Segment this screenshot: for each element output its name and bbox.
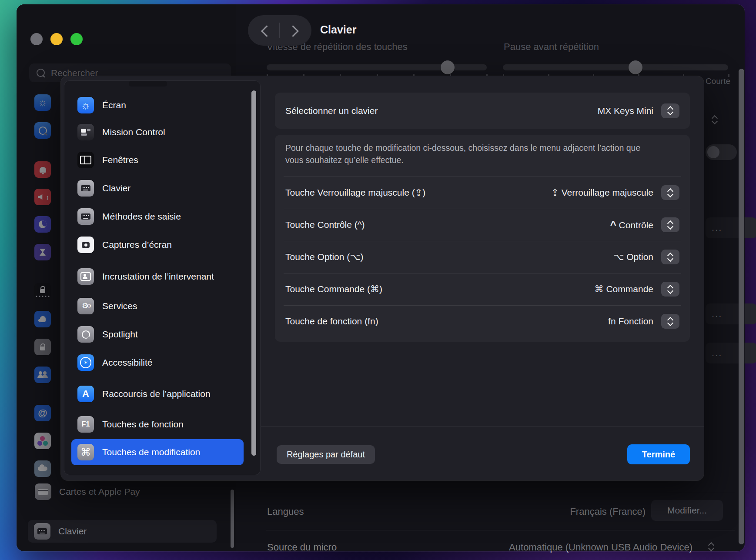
display-brightness-icon: ☼ — [77, 97, 94, 113]
dialog-sidebar-scrollbar[interactable] — [251, 90, 256, 456]
services-gears-icon: ⚙⚙ — [77, 298, 94, 314]
input-methods-icon — [77, 208, 94, 225]
sidebar-item-touches-modification[interactable]: ⌘ Touches de modification — [71, 439, 244, 465]
sidebar-item-touches-fonction[interactable]: F1 Touches de fonction — [71, 412, 244, 437]
sidebar-item-clavier[interactable]: Clavier — [71, 176, 244, 201]
caps-lock-row: Touche Verrouillage majuscule (⇪) ⇪ Verr… — [275, 177, 690, 209]
control-row: Touche Contrôle (^) ^ Contrôle — [275, 209, 690, 241]
control-stepper[interactable] — [661, 217, 679, 232]
sidebar-item-fenetres[interactable]: Fenêtres — [71, 147, 244, 173]
done-button[interactable]: Terminé — [627, 444, 690, 464]
accessibility-icon: ✶ — [77, 354, 94, 371]
presenter-overlay-icon — [77, 268, 94, 285]
back-button[interactable] — [261, 25, 273, 37]
modifier-keys-dialog: ☼ Écran Mission Control Fenêtres Clavier… — [61, 76, 704, 480]
option-stepper[interactable] — [661, 250, 679, 264]
select-keyboard-card: Sélectionner un clavier MX Keys Mini — [275, 93, 690, 129]
caps-lock-stepper[interactable] — [661, 185, 679, 200]
fn-stepper[interactable] — [661, 314, 679, 329]
sidebar-item-incrustation[interactable]: Incrustation de l’intervenant — [71, 260, 244, 293]
sidebar-item-spotlight[interactable]: Spotlight — [71, 322, 244, 347]
fn-row: Touche de fonction (fn) fn Fonction — [275, 305, 690, 337]
keyboard-icon — [77, 180, 94, 197]
sidebar-item-ecran[interactable]: ☼ Écran — [71, 93, 244, 118]
page-title: Clavier — [320, 23, 356, 36]
command-stepper[interactable] — [661, 282, 679, 297]
sidebar-item-captures[interactable]: Captures d’écran — [71, 232, 244, 257]
default-settings-button[interactable]: Réglages par défaut — [277, 445, 375, 464]
sidebar-item-services[interactable]: ⚙⚙ Services — [71, 293, 244, 319]
command-row: Touche Commande (⌘) ⌘ Commande — [275, 273, 690, 305]
scrolled-item-sliver — [129, 81, 167, 87]
modifier-keys-description: Pour chaque touche de modification ci-de… — [285, 142, 646, 166]
maximize-button[interactable] — [70, 33, 83, 45]
function-keys-icon: F1 — [77, 416, 94, 433]
spotlight-icon — [77, 326, 94, 343]
modifier-keys-command-icon: ⌘ — [77, 444, 94, 460]
minimize-button[interactable] — [50, 33, 63, 45]
app-shortcuts-icon: A — [77, 386, 94, 402]
sidebar-item-mission-control[interactable]: Mission Control — [71, 120, 244, 145]
desktop: Rechercher ☼ @ Vitesse de répétition des… — [0, 0, 756, 560]
close-button[interactable] — [30, 33, 43, 45]
sidebar-item-accessibilite[interactable]: ✶ Accessibilité — [71, 350, 244, 375]
windows-icon — [77, 152, 94, 168]
sidebar-item-methodes-saisie[interactable]: Méthodes de saisie — [71, 204, 244, 229]
select-keyboard-value: MX Keys Mini — [598, 106, 653, 116]
divider — [279, 23, 280, 38]
sidebar-item-raccourcis[interactable]: A Raccourcis de l’application — [71, 377, 244, 410]
option-row: Touche Option (⌥) ⌥ Option — [275, 241, 690, 273]
forward-button[interactable] — [287, 25, 299, 37]
mission-control-icon — [77, 124, 94, 140]
select-keyboard-stepper[interactable] — [661, 103, 679, 118]
select-keyboard-label: Sélectionner un clavier — [285, 106, 378, 116]
modifier-keys-card: Pour chaque touche de modification ci-de… — [275, 135, 690, 342]
screenshot-icon — [77, 237, 94, 253]
navigation-buttons — [248, 15, 311, 46]
